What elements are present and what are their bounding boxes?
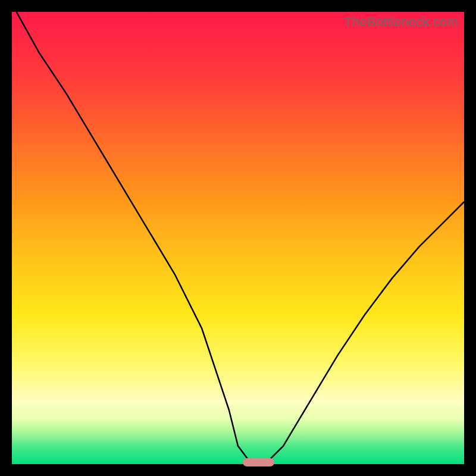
chart-frame: TheBottleneck.com bbox=[0, 0, 476, 476]
plot-area: TheBottleneck.com bbox=[12, 12, 464, 464]
curve-layer bbox=[12, 12, 464, 464]
optimal-range-marker bbox=[243, 458, 274, 466]
bottleneck-curve bbox=[17, 12, 464, 464]
